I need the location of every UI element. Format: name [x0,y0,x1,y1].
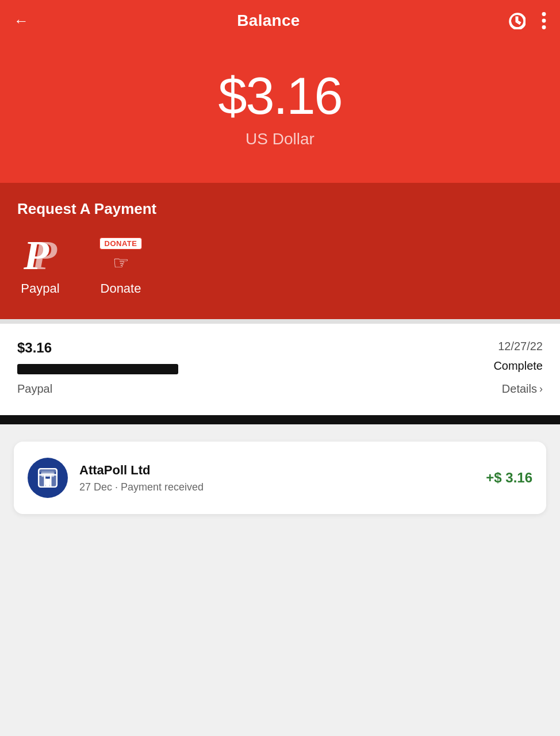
history-icon[interactable] [508,12,526,29]
paypal-option[interactable]: P P Paypal [17,235,63,296]
transaction-section: $3.16 12/27/22 Complete Paypal Details › [0,324,560,415]
transaction-source: Paypal [17,382,52,396]
paypal-card-company: AttaPoll Ltd [79,463,204,478]
transaction-middle-row: Complete [17,359,543,379]
transaction-bottom-row: Paypal Details › [17,382,543,396]
balance-currency: US Dollar [11,130,549,148]
transaction-top-row: $3.16 12/27/22 [17,340,543,356]
paypal-card-amount: +$ 3.16 [486,470,532,486]
paypal-card-description: 27 Dec · Payment received [79,481,204,493]
transaction-amount: $3.16 [17,340,52,356]
balance-section: $3.16 US Dollar [0,41,560,183]
chevron-right-icon: › [539,383,543,395]
svg-point-2 [542,25,546,29]
section-divider [0,319,560,324]
attapoll-avatar [28,458,68,498]
svg-rect-5 [45,479,51,485]
paypal-label: Paypal [21,281,59,296]
header-actions [508,12,546,29]
paypal-card-left: AttaPoll Ltd 27 Dec · Payment received [28,458,204,498]
black-bar-divider [0,415,560,424]
balance-amount: $3.16 [11,70,549,122]
back-button[interactable]: ← [14,12,29,30]
transaction-status: Complete [493,359,543,373]
request-section: Request A Payment P P Paypal DONATE ☞ Do… [0,183,560,319]
donate-icon: DONATE ☞ [98,235,144,275]
header-title: Balance [237,12,300,30]
svg-point-1 [542,19,546,23]
transaction-date: 12/27/22 [498,340,543,353]
transaction-details-button[interactable]: Details › [502,382,543,396]
transaction-name-redacted [17,364,178,374]
request-title: Request A Payment [17,200,543,218]
paypal-notification-card[interactable]: AttaPoll Ltd 27 Dec · Payment received +… [14,442,546,514]
donate-option[interactable]: DONATE ☞ Donate [98,235,144,296]
paypal-card-info: AttaPoll Ltd 27 Dec · Payment received [79,463,204,493]
donate-label: Donate [101,281,141,296]
more-options-icon[interactable] [542,12,546,29]
payment-options: P P Paypal DONATE ☞ Donate [17,235,543,296]
paypal-card-section: AttaPoll Ltd 27 Dec · Payment received +… [0,424,560,537]
svg-point-0 [542,12,546,16]
header: ← Balance [0,0,560,41]
paypal-logo-icon: P P [17,235,63,275]
